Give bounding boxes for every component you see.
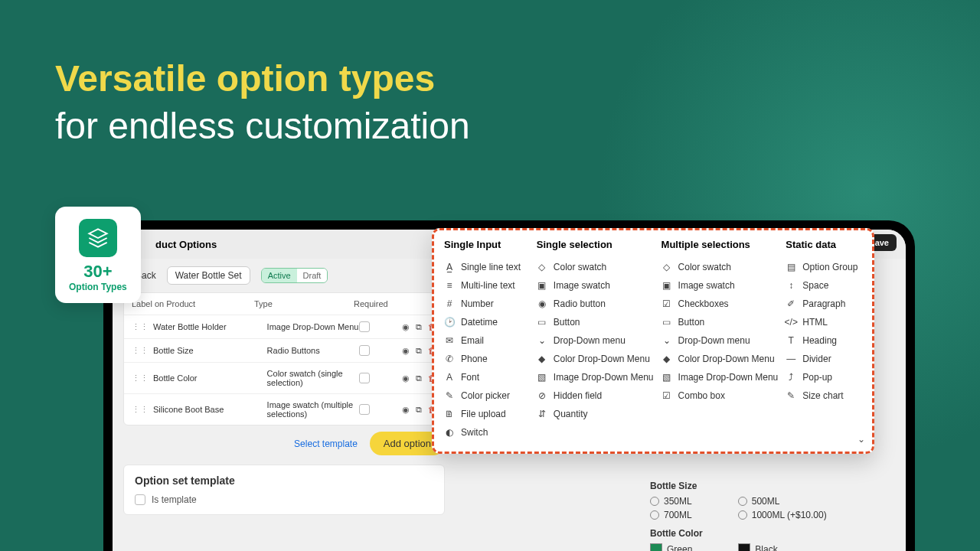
color-option[interactable]: Black	[738, 543, 777, 551]
option-type-item[interactable]: ✆Phone	[444, 350, 529, 368]
copy-icon[interactable]: ⧉	[416, 322, 422, 332]
is-template-row[interactable]: Is template	[135, 494, 433, 505]
option-type-item[interactable]: ▭Button	[662, 313, 779, 331]
option-type-label: Space	[802, 280, 828, 291]
option-type-item[interactable]: ▤Option Group	[786, 258, 862, 276]
color-option[interactable]: Green	[650, 543, 692, 551]
size-option[interactable]: 1000ML (+$10.00)	[738, 510, 827, 520]
option-type-item[interactable]: ⇵Quantity	[537, 405, 654, 423]
required-checkbox[interactable]	[359, 404, 370, 415]
option-type-item[interactable]: </>HTML	[786, 313, 862, 331]
option-type-item[interactable]: ✉Email	[444, 331, 529, 350]
option-type-item[interactable]: ◆Color Drop-Down Menu	[662, 350, 779, 368]
pop-icon: ⤴	[786, 372, 796, 383]
is-template-checkbox[interactable]	[135, 494, 145, 505]
option-set-name[interactable]: Water Bottle Set	[167, 266, 250, 285]
drag-handle-icon[interactable]: ⋮⋮	[132, 346, 149, 356]
space-icon: ↕	[786, 280, 796, 291]
option-type-item[interactable]: ▣Image swatch	[662, 276, 779, 295]
imgsw-icon: ▣	[662, 280, 672, 291]
table-row[interactable]: ⋮⋮ Silicone Boot Base Image swatch (mult…	[124, 394, 444, 425]
view-icon[interactable]: ◉	[402, 322, 410, 332]
option-type-item[interactable]: ☑Checkboxes	[662, 295, 779, 313]
option-type-item[interactable]: A̲Single line text	[444, 258, 529, 276]
option-type-item[interactable]: ▧Image Drop-Down Menu	[537, 368, 654, 386]
color-swatch	[650, 543, 662, 551]
drag-handle-icon[interactable]: ⋮⋮	[132, 322, 149, 332]
check-icon: ☑	[662, 298, 672, 309]
radio-icon	[650, 510, 659, 520]
table-row[interactable]: ⋮⋮ Bottle Size Radio Buttons ◉⧉🗑	[124, 339, 444, 363]
option-type-label: Option Group	[802, 262, 858, 272]
option-type-item[interactable]: #Number	[444, 295, 529, 313]
option-type-item[interactable]: ◐Switch	[444, 423, 529, 442]
option-type-label: Email	[461, 335, 484, 346]
option-type-item[interactable]: ✐Paragraph	[786, 295, 862, 313]
option-type-label: Color Drop-Down Menu	[554, 354, 650, 364]
option-type-item[interactable]: THeading	[786, 331, 862, 350]
option-type-label: Size chart	[802, 390, 843, 401]
copy-icon[interactable]: ⧉	[416, 405, 422, 415]
option-type-item[interactable]: ⊘Hidden field	[537, 386, 654, 405]
option-type-item[interactable]: ▧Image Drop-Down Menu	[662, 368, 779, 386]
status-draft[interactable]: Draft	[297, 269, 328, 282]
drag-handle-icon[interactable]: ⋮⋮	[132, 373, 149, 383]
option-type-item[interactable]: ☑Combo box	[662, 386, 779, 405]
option-type-label: Drop-Down menu	[554, 335, 626, 346]
view-icon[interactable]: ◉	[402, 405, 410, 415]
option-type-item[interactable]: ≡Multi-line text	[444, 276, 529, 295]
option-type-label: Color Drop-Down Menu	[678, 354, 775, 364]
option-type-label: Color swatch	[678, 262, 731, 272]
size-option[interactable]: 700ML	[650, 510, 692, 520]
option-type-item[interactable]: ◇Color swatch	[537, 258, 654, 276]
option-type-item[interactable]: ◇Color swatch	[662, 258, 779, 276]
bottle-color-title: Bottle Color	[650, 528, 895, 539]
view-icon[interactable]: ◉	[402, 373, 410, 383]
option-type-label: Drop-Down menu	[678, 335, 750, 346]
popover-column: Single InputA̲Single line text≡Multi-lin…	[444, 239, 529, 442]
option-type-item[interactable]: AFont	[444, 368, 529, 386]
option-type-item[interactable]: ⌄Drop-Down menu	[662, 331, 779, 350]
radio-icon: ◉	[537, 298, 547, 309]
option-type-item[interactable]: ⤴Pop-up	[786, 368, 862, 386]
marketing-headline: Versatile option types for endless custo…	[55, 55, 470, 151]
option-type-label: Phone	[461, 354, 488, 364]
eyeoff-icon: ⊘	[537, 390, 547, 401]
option-type-item[interactable]: ✎Color picker	[444, 386, 529, 405]
option-type-item[interactable]: ▭Button	[537, 313, 654, 331]
option-type-item[interactable]: 🗎File upload	[444, 405, 529, 423]
page-title: duct Options	[155, 239, 217, 250]
option-type-item[interactable]: ◆Color Drop-Down Menu	[537, 350, 654, 368]
mail-icon: ✉	[444, 335, 455, 346]
option-type-item[interactable]: ▣Image swatch	[537, 276, 654, 295]
required-checkbox[interactable]	[359, 345, 370, 356]
status-toggle[interactable]: Active Draft	[261, 268, 328, 283]
option-type-item[interactable]: ✎Size chart	[786, 386, 862, 405]
copy-icon[interactable]: ⧉	[416, 373, 422, 383]
option-type-item[interactable]: 🕑Datetime	[444, 313, 529, 331]
chevron-down-icon[interactable]: ⌄	[858, 434, 865, 445]
required-checkbox[interactable]	[359, 321, 370, 332]
select-template-link[interactable]: Select template	[294, 439, 358, 449]
copy-icon[interactable]: ⧉	[416, 346, 422, 356]
badge-count: 30+	[69, 262, 127, 282]
option-type-item[interactable]: ⌄Drop-Down menu	[537, 331, 654, 350]
option-type-label: Quantity	[554, 409, 588, 419]
drag-handle-icon[interactable]: ⋮⋮	[132, 405, 149, 415]
option-type-item[interactable]: —Divider	[786, 350, 862, 368]
size-option[interactable]: 350ML	[650, 496, 692, 507]
options-table: Label on Product Type Required ⋮⋮ Water …	[123, 292, 445, 425]
size-icon: ✎	[786, 390, 796, 401]
option-type-item[interactable]: ◉Radio button	[537, 295, 654, 313]
option-type-item[interactable]: ↕Space	[786, 276, 862, 295]
table-row[interactable]: ⋮⋮ Water Bottle Holder Image Drop-Down M…	[124, 315, 444, 339]
table-row[interactable]: ⋮⋮ Bottle Color Color swatch (single sel…	[124, 363, 444, 394]
popover-column-title: Single Input	[444, 239, 529, 250]
view-icon[interactable]: ◉	[402, 346, 410, 356]
popover-column: Static data▤Option Group↕Space✐Paragraph…	[786, 239, 862, 442]
font-icon: A	[444, 372, 455, 383]
status-active[interactable]: Active	[262, 269, 297, 282]
required-checkbox[interactable]	[359, 373, 370, 383]
row-label: Silicone Boot Base	[153, 405, 267, 414]
size-option[interactable]: 500ML	[738, 496, 780, 507]
